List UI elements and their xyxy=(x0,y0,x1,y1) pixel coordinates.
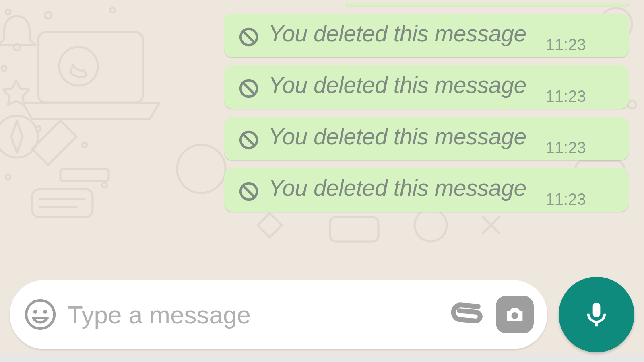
deleted-message-text: You deleted this message xyxy=(268,22,526,46)
deleted-message-text: You deleted this message xyxy=(268,125,526,149)
message-timestamp: 11:23 xyxy=(546,190,586,208)
camera-icon[interactable] xyxy=(496,296,534,333)
svg-line-24 xyxy=(243,31,254,42)
composer-row xyxy=(10,277,634,352)
blocked-icon xyxy=(238,26,260,48)
svg-line-30 xyxy=(243,186,254,197)
message-timestamp: 11:23 xyxy=(546,87,586,105)
message-bubble[interactable]: You deleted this message 11:23 xyxy=(224,168,629,212)
voice-record-button[interactable] xyxy=(559,277,634,352)
svg-point-33 xyxy=(43,310,47,314)
svg-point-31 xyxy=(26,300,54,329)
blocked-icon xyxy=(238,78,260,99)
svg-point-32 xyxy=(33,310,37,314)
deleted-message-text: You deleted this message xyxy=(268,73,526,97)
svg-point-34 xyxy=(512,312,518,319)
deleted-message-text: You deleted this message xyxy=(268,176,526,200)
message-timestamp: 11:23 xyxy=(546,36,586,54)
chat-message-list: You deleted this message 11:23 You delet… xyxy=(0,0,644,315)
microphone-icon xyxy=(582,300,611,329)
svg-line-28 xyxy=(243,134,254,145)
message-bubble[interactable]: You deleted this message 11:23 xyxy=(224,65,629,109)
message-timestamp: 11:23 xyxy=(546,139,586,157)
message-bubble[interactable]: You deleted this message 11:23 xyxy=(224,14,629,57)
svg-line-26 xyxy=(243,83,254,94)
emoji-icon[interactable] xyxy=(23,298,57,331)
message-input[interactable] xyxy=(67,300,441,329)
message-bubble-partial[interactable] xyxy=(346,3,629,6)
message-bubble[interactable]: You deleted this message 11:23 xyxy=(224,117,629,160)
blocked-icon xyxy=(238,129,260,151)
blocked-icon xyxy=(238,181,260,202)
footer-strip xyxy=(0,353,644,362)
attach-icon[interactable] xyxy=(451,297,486,332)
message-composer xyxy=(10,280,547,349)
